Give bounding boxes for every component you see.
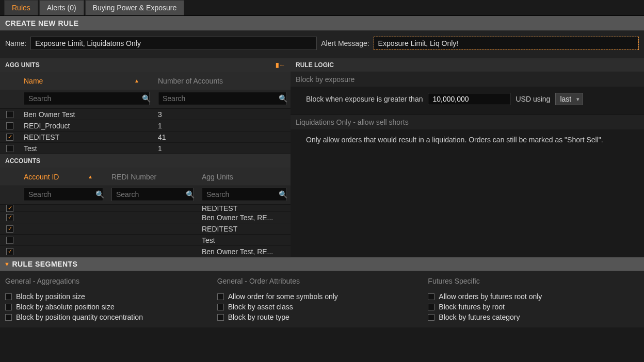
segment-label: Allow orders by futures root only	[439, 292, 542, 301]
rule-segments-header[interactable]: ▼ RULE SEGMENTS	[0, 257, 644, 271]
accounts-row[interactable]: Ben Owner Test, RE...	[0, 246, 291, 257]
segment-label: Block by position quantity concentration	[16, 313, 143, 321]
segments-col-aggregations: General - Aggregations Block by position…	[5, 274, 216, 322]
segment-label: Block by position size	[16, 292, 85, 301]
agg-units-num-search[interactable]	[158, 92, 286, 105]
agg-units-header: AGG UNITS ▮←	[0, 58, 291, 72]
col-account-id-header[interactable]: Account ID ▲	[20, 173, 107, 181]
segment-item[interactable]: Allow orders by futures root only	[428, 291, 639, 302]
segment-item[interactable]: Block by absolute position size	[5, 302, 216, 312]
agg-unit-name: REDITEST	[20, 133, 154, 141]
block-text-pre: Block when exposure is greater than	[306, 95, 423, 103]
segment-label: Block by route type	[228, 313, 289, 321]
liquidations-only-subheader: Liquidations Only - allow sell shorts	[291, 114, 644, 129]
account-agg-units: Ben Owner Test, RE...	[198, 248, 291, 256]
accounts-title: ACCOUNTS	[5, 157, 40, 164]
segment-checkbox[interactable]	[217, 304, 224, 310]
col-redi-number-header[interactable]: REDI Number	[107, 173, 198, 181]
rule-logic-title: RULE LOGIC	[296, 61, 334, 69]
segments-col-order-attributes: General - Order Attributes Allow order f…	[217, 274, 428, 322]
col-num-accounts-header[interactable]: Number of Accounts	[154, 77, 291, 85]
tab-bar: Rules Alerts (0) Buying Power & Exposure	[0, 0, 644, 16]
segment-checkbox[interactable]	[5, 293, 12, 300]
sort-asc-icon: ▲	[134, 78, 150, 84]
segment-item[interactable]: Block futures by root	[428, 302, 639, 312]
col-name-header[interactable]: Name ▲	[20, 77, 154, 85]
segment-checkbox[interactable]	[217, 293, 224, 300]
rule-segments-body: General - Aggregations Block by position…	[0, 271, 644, 327]
agg-units-row[interactable]: REDI_Product 1	[0, 120, 291, 131]
segment-item[interactable]: Block by asset class	[217, 302, 428, 312]
segment-item[interactable]: Block by position quantity concentration	[5, 312, 216, 322]
rule-segments-title: RULE SEGMENTS	[12, 260, 77, 268]
price-basis-dropdown[interactable]: last	[555, 93, 583, 105]
accounts-row[interactable]: REDITEST	[0, 223, 291, 235]
tab-buying-power[interactable]: Buying Power & Exposure	[85, 0, 185, 15]
col-agg-units-header[interactable]: Agg Units	[198, 173, 291, 181]
create-new-rule-header: CREATE NEW RULE	[0, 16, 644, 30]
segment-label: Allow order for some symbols only	[228, 292, 338, 301]
agg-unit-count: 3	[154, 110, 291, 119]
agg-unit-name: REDI_Product	[20, 122, 154, 130]
accounts-redi-search[interactable]	[111, 188, 194, 201]
block-by-exposure-subheader: Block by exposure	[291, 72, 644, 87]
account-agg-units: Ben Owner Test, RE...	[198, 213, 291, 222]
accounts-row[interactable]: Test	[0, 235, 291, 246]
row-checkbox[interactable]	[6, 122, 13, 129]
agg-units-name-search[interactable]	[24, 92, 150, 105]
segment-checkbox[interactable]	[5, 304, 12, 310]
row-checkbox[interactable]	[6, 225, 13, 233]
segments-col-title: General - Order Attributes	[217, 277, 428, 285]
row-checkbox[interactable]	[6, 214, 13, 221]
segment-checkbox[interactable]	[5, 314, 12, 321]
agg-units-grid: Name ▲ Number of Accounts 🔍 🔍 Ben Owner	[0, 72, 291, 154]
block-text-mid: USD using	[516, 95, 550, 103]
accounts-grid: Account ID ▲ REDI Number Agg Units 🔍 🔍	[0, 168, 291, 257]
agg-unit-name: Ben Owner Test	[20, 110, 154, 119]
segment-checkbox[interactable]	[217, 314, 224, 321]
segment-item[interactable]: Block by position size	[5, 291, 216, 302]
row-checkbox[interactable]	[6, 134, 13, 141]
account-agg-units: REDITEST	[198, 225, 291, 233]
row-checkbox[interactable]	[6, 205, 13, 212]
segment-item[interactable]: Block by route type	[217, 312, 428, 322]
agg-unit-count: 1	[154, 144, 291, 153]
agg-units-row[interactable]: Ben Owner Test 3	[0, 109, 291, 120]
name-label: Name:	[5, 39, 26, 47]
alert-message-input[interactable]	[374, 37, 639, 50]
collapse-icon[interactable]: ▮←	[276, 61, 285, 69]
account-agg-units: Test	[198, 236, 291, 244]
accounts-id-search[interactable]	[24, 188, 103, 201]
row-checkbox[interactable]	[6, 248, 13, 255]
accounts-row[interactable]: Ben Owner Test, RE...	[0, 212, 291, 223]
row-checkbox[interactable]	[6, 111, 13, 118]
agg-units-row[interactable]: Test 1	[0, 143, 291, 154]
alert-message-label: Alert Message:	[321, 39, 369, 47]
segment-checkbox[interactable]	[428, 293, 434, 300]
segment-checkbox[interactable]	[428, 304, 434, 310]
segment-checkbox[interactable]	[428, 314, 434, 321]
tab-alerts[interactable]: Alerts (0)	[39, 0, 84, 15]
row-checkbox[interactable]	[6, 237, 13, 244]
agg-units-title: AGG UNITS	[5, 61, 40, 69]
accounts-agg-search[interactable]	[202, 188, 286, 201]
segments-col-futures: Futures Specific Allow orders by futures…	[428, 274, 639, 322]
rule-form-row: Name: Alert Message:	[0, 30, 644, 58]
tab-rules[interactable]: Rules	[4, 0, 38, 15]
agg-units-row[interactable]: REDITEST 41	[0, 131, 291, 143]
accounts-row[interactable]: REDITEST	[0, 205, 291, 212]
segment-item[interactable]: Block by futures category	[428, 312, 639, 322]
row-checkbox[interactable]	[6, 145, 13, 152]
segment-item[interactable]: Allow order for some symbols only	[217, 291, 428, 302]
segment-label: Block by futures category	[439, 313, 520, 321]
segment-label: Block futures by root	[439, 303, 505, 311]
segment-label: Block by absolute position size	[16, 303, 115, 311]
agg-units-header-row: Name ▲ Number of Accounts	[0, 72, 291, 90]
exposure-threshold-input[interactable]	[428, 93, 510, 105]
segments-col-title: Futures Specific	[428, 277, 639, 285]
name-input[interactable]	[30, 37, 317, 50]
agg-units-search-row: 🔍 🔍	[0, 90, 291, 109]
account-agg-units: REDITEST	[198, 204, 291, 212]
segments-col-title: General - Aggregations	[5, 277, 216, 285]
accounts-header: ACCOUNTS	[0, 154, 291, 168]
